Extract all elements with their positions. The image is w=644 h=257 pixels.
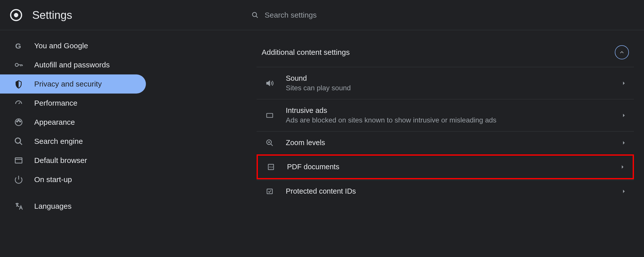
svg-point-1 — [14, 13, 18, 17]
row-title: PDF documents — [287, 163, 620, 171]
content-row-zoom-levels[interactable]: Zoom levels — [257, 131, 634, 154]
sidebar-item-label: On start-up — [34, 175, 72, 184]
google-icon: G — [14, 41, 23, 50]
svg-rect-31 — [267, 189, 272, 194]
svg-point-11 — [17, 121, 18, 122]
svg-text:G: G — [15, 42, 21, 50]
row-text: Protected content IDs — [286, 187, 621, 195]
content-row-intrusive-ads[interactable]: Intrusive ads Ads are blocked on sites k… — [257, 99, 634, 131]
sidebar-item-label: Appearance — [34, 118, 75, 126]
svg-point-14 — [15, 138, 21, 143]
window-icon — [266, 111, 274, 119]
svg-marker-20 — [623, 81, 625, 85]
browser-icon — [14, 156, 23, 165]
svg-marker-32 — [623, 190, 625, 193]
sidebar-item-privacy-security[interactable]: Privacy and security — [0, 74, 146, 94]
row-subtitle: Sites can play sound — [286, 84, 621, 92]
row-title: Intrusive ads — [286, 106, 621, 115]
svg-point-13 — [20, 121, 21, 122]
svg-line-3 — [256, 16, 258, 18]
chevron-right-icon — [621, 81, 626, 86]
svg-marker-22 — [623, 114, 625, 117]
speedometer-icon — [14, 99, 23, 108]
sidebar-item-label: Autofill and passwords — [34, 61, 110, 69]
header-left: Settings — [10, 9, 252, 21]
section-title: Additional content settings — [262, 48, 350, 57]
sidebar-item-label: Performance — [34, 99, 77, 107]
chevron-up-icon — [619, 49, 625, 55]
svg-line-9 — [19, 102, 20, 104]
svg-line-15 — [20, 143, 22, 145]
sidebar-item-label: You and Google — [34, 41, 88, 50]
row-text: Intrusive ads Ads are blocked on sites k… — [286, 106, 621, 124]
svg-text:PDF: PDF — [269, 166, 274, 168]
main-content: Additional content settings Sound Sites … — [247, 30, 644, 257]
search-input[interactable] — [265, 11, 416, 19]
svg-point-12 — [18, 120, 19, 121]
row-text: Sound Sites can play sound — [286, 74, 621, 92]
protected-icon — [266, 187, 274, 195]
row-text: PDF documents — [287, 163, 620, 171]
row-title: Protected content IDs — [286, 187, 621, 195]
sidebar-item-you-and-google[interactable]: G You and Google — [0, 36, 146, 55]
sidebar-item-search-engine[interactable]: Search engine — [0, 132, 146, 151]
svg-point-2 — [253, 12, 257, 16]
sidebar-item-autofill[interactable]: Autofill and passwords — [0, 55, 146, 74]
chevron-right-icon — [621, 113, 626, 118]
row-title: Zoom levels — [286, 139, 621, 147]
search-icon — [14, 137, 23, 146]
zoom-icon — [266, 139, 274, 147]
svg-line-24 — [271, 144, 273, 146]
key-icon — [14, 60, 23, 69]
sidebar-item-appearance[interactable]: Appearance — [0, 113, 146, 132]
svg-marker-27 — [623, 141, 625, 144]
translate-icon — [14, 202, 23, 211]
search-icon — [252, 12, 259, 19]
power-icon — [14, 175, 23, 184]
chrome-logo-icon — [10, 9, 22, 21]
row-title: Sound — [286, 74, 621, 82]
svg-point-5 — [15, 63, 18, 66]
shield-icon — [14, 79, 23, 89]
collapse-section-button[interactable] — [615, 45, 629, 59]
sidebar-item-label: Search engine — [34, 137, 83, 146]
sidebar-item-on-startup[interactable]: On start-up — [0, 170, 146, 189]
chevron-right-icon — [621, 140, 626, 145]
row-subtitle: Ads are blocked on sites known to show i… — [286, 116, 621, 124]
sidebar-item-default-browser[interactable]: Default browser — [0, 151, 146, 170]
search-container[interactable] — [252, 11, 634, 19]
content-row-protected-content[interactable]: Protected content IDs — [257, 180, 634, 202]
sidebar-item-label: Languages — [34, 202, 71, 210]
sidebar-item-label: Default browser — [34, 156, 87, 165]
section-header: Additional content settings — [257, 40, 634, 67]
pdf-icon: PDF — [267, 163, 275, 171]
row-text: Zoom levels — [286, 139, 621, 147]
sidebar: G You and Google Autofill and passwords … — [0, 30, 247, 257]
chevron-right-icon — [620, 164, 625, 169]
svg-marker-30 — [622, 165, 624, 168]
page-title: Settings — [32, 9, 72, 21]
content-row-sound[interactable]: Sound Sites can play sound — [257, 67, 634, 99]
svg-rect-21 — [267, 113, 273, 117]
content-row-pdf-documents[interactable]: PDF PDF documents — [257, 154, 634, 179]
sound-icon — [266, 79, 274, 87]
palette-icon — [14, 118, 23, 127]
sidebar-item-languages[interactable]: Languages — [0, 197, 146, 216]
chevron-right-icon — [621, 189, 626, 194]
sidebar-item-label: Privacy and security — [34, 80, 102, 88]
app-header: Settings — [0, 0, 644, 30]
sidebar-item-performance[interactable]: Performance — [0, 94, 146, 113]
svg-marker-19 — [267, 81, 270, 85]
layout: G You and Google Autofill and passwords … — [0, 30, 644, 257]
svg-rect-16 — [15, 158, 22, 163]
